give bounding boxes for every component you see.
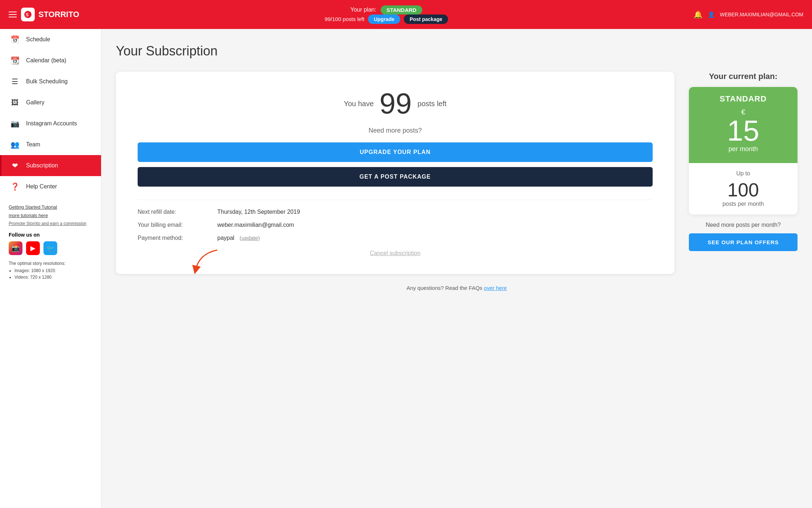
posts-left-prefix: You have: [344, 100, 374, 108]
social-icons: 📸 ▶ 🐦: [9, 241, 92, 255]
plan-label: Your plan:: [350, 7, 376, 13]
need-more-label: Need more posts per month?: [689, 222, 798, 228]
get-post-package-button[interactable]: GET A POST PACKAGE: [138, 167, 653, 187]
faq-link[interactable]: over here: [484, 285, 507, 291]
header-left: S STORRITO: [9, 8, 79, 21]
posts-left-row: You have 99 posts left: [138, 89, 653, 118]
more-tutorials-link[interactable]: more tutorials here: [9, 213, 92, 218]
schedule-icon: 📅: [10, 35, 20, 44]
plan-card-body: Up to 100 posts per month: [689, 163, 798, 215]
sidebar-item-label: Instagram Accounts: [26, 120, 77, 127]
sidebar-item-label: Schedule: [26, 36, 50, 43]
posts-left-label: 99/100 posts left: [325, 16, 364, 22]
payment-value: paypal (update): [217, 235, 260, 241]
subscription-icon: ❤: [10, 161, 20, 170]
affiliate-link[interactable]: Promote Storrito and earn a commission: [9, 221, 92, 226]
current-plan-title: Your current plan:: [689, 72, 798, 81]
plan-posts-num: 100: [696, 179, 790, 201]
header-center: Your plan: STANDARD 99/100 posts left Up…: [325, 5, 448, 24]
resolutions-section: The optimal story resolutions: Images: 1…: [9, 261, 92, 280]
content-area: You have 99 posts left Need more posts? …: [116, 72, 798, 274]
hamburger-icon[interactable]: [9, 12, 17, 17]
see-plans-button[interactable]: SEE OUR PLAN OFFERS: [689, 233, 798, 251]
sidebar-footer: Getting Started Tutorial more tutorials …: [0, 197, 101, 288]
resolution-images: Images: 1080 x 1920: [14, 268, 92, 273]
faq-text: Any questions? Read the FAQs: [407, 285, 482, 291]
billing-payment-row: Payment method: paypal (update): [138, 235, 653, 241]
header: S STORRITO Your plan: STANDARD 99/100 po…: [0, 0, 812, 29]
sidebar-nav: 📅 Schedule 📆 Calendar (beta) ☰ Bulk Sche…: [0, 29, 101, 197]
refill-value: Thursday, 12th September 2019: [217, 209, 300, 215]
sidebar-item-schedule[interactable]: 📅 Schedule: [0, 29, 101, 50]
instagram-social-icon[interactable]: 📸: [9, 241, 22, 255]
youtube-social-icon[interactable]: ▶: [26, 241, 40, 255]
posts-count: 99: [380, 89, 412, 118]
sidebar-item-gallery[interactable]: 🖼 Gallery: [0, 92, 101, 113]
header-post-package-button[interactable]: Post package: [404, 14, 448, 24]
resolutions-title: The optimal story resolutions:: [9, 261, 66, 266]
gallery-icon: 🖼: [10, 98, 20, 107]
sidebar: 📅 Schedule 📆 Calendar (beta) ☰ Bulk Sche…: [0, 29, 101, 508]
page-title: Your Subscription: [116, 43, 798, 59]
plan-posts-label: posts per month: [696, 201, 790, 207]
header-upgrade-button[interactable]: Upgrade: [368, 14, 400, 24]
resolution-videos: Videos: 720 x 1280: [14, 275, 92, 280]
team-icon: 👥: [10, 140, 20, 149]
plan-card: STANDARD € 15 per month Up to 100 posts …: [689, 87, 798, 215]
sidebar-item-label: Calendar (beta): [26, 57, 66, 64]
getting-started-link[interactable]: Getting Started Tutorial: [9, 204, 92, 210]
logo-text: STORRITO: [38, 10, 79, 19]
payment-method: paypal: [217, 235, 234, 241]
posts-left-suffix: posts left: [418, 100, 447, 108]
svg-text:S: S: [26, 12, 29, 17]
right-panel: Your current plan: STANDARD € 15 per mon…: [689, 72, 798, 251]
sidebar-item-help[interactable]: ❓ Help Center: [0, 176, 101, 197]
plan-badge: STANDARD: [381, 5, 422, 14]
layout: 📅 Schedule 📆 Calendar (beta) ☰ Bulk Sche…: [0, 29, 812, 508]
email-value: weber.maximilian@gmail.com: [217, 222, 294, 228]
sidebar-item-team[interactable]: 👥 Team: [0, 134, 101, 155]
help-icon: ❓: [10, 182, 20, 191]
billing-email-row: Your billing email: weber.maximilian@gma…: [138, 222, 653, 228]
sidebar-item-bulk[interactable]: ☰ Bulk Scheduling: [0, 71, 101, 92]
billing-info: Next refill date: Thursday, 12th Septemb…: [138, 200, 653, 241]
twitter-social-icon[interactable]: 🐦: [43, 241, 57, 255]
cancel-section: Cancel subscription: [138, 250, 653, 257]
plan-name: STANDARD: [696, 94, 790, 104]
bell-icon[interactable]: 🔔: [694, 10, 703, 19]
calendar-icon: 📆: [10, 56, 20, 65]
sidebar-item-label: Team: [26, 141, 40, 148]
cancel-arrow: [188, 246, 232, 275]
update-payment-link[interactable]: (update): [240, 235, 260, 241]
faq-row: Any questions? Read the FAQs over here: [116, 285, 798, 291]
instagram-icon: 📷: [10, 119, 20, 128]
email-label: Your billing email:: [138, 222, 203, 228]
header-right: 🔔 👤 WEBER.MAXIMILIAN@GMAIL.COM: [694, 10, 803, 19]
main-content: Your Subscription You have 99 posts left…: [101, 29, 812, 508]
logo: S STORRITO: [21, 8, 79, 21]
upgrade-plan-button[interactable]: UPGRADE YOUR PLAN: [138, 142, 653, 162]
user-icon: 👤: [708, 11, 715, 18]
need-more-text: Need more posts?: [138, 127, 653, 134]
sidebar-item-subscription[interactable]: ❤ Subscription: [0, 155, 101, 176]
subscription-card: You have 99 posts left Need more posts? …: [116, 72, 674, 274]
up-to-label: Up to: [696, 170, 790, 177]
refill-label: Next refill date:: [138, 209, 203, 215]
bulk-icon: ☰: [10, 77, 20, 86]
plan-period: per month: [696, 145, 790, 153]
plan-price: 15: [727, 114, 759, 147]
follow-label: Follow us on: [9, 232, 92, 238]
sidebar-item-label: Help Center: [26, 183, 57, 190]
sidebar-item-instagram[interactable]: 📷 Instagram Accounts: [0, 113, 101, 134]
logo-icon: S: [21, 8, 35, 21]
payment-label: Payment method:: [138, 235, 203, 241]
plan-card-header: STANDARD € 15 per month: [689, 87, 798, 163]
sidebar-item-label: Gallery: [26, 99, 45, 106]
user-email: WEBER.MAXIMILIAN@GMAIL.COM: [720, 12, 803, 17]
sidebar-item-label: Subscription: [26, 162, 58, 169]
billing-refill-row: Next refill date: Thursday, 12th Septemb…: [138, 209, 653, 215]
sidebar-item-label: Bulk Scheduling: [26, 78, 68, 85]
sidebar-item-calendar[interactable]: 📆 Calendar (beta): [0, 50, 101, 71]
